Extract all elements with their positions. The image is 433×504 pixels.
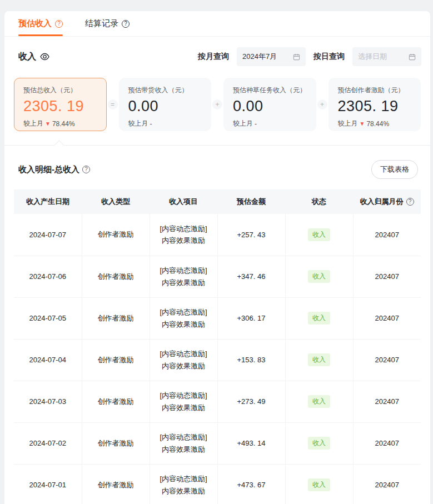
col-header-month-label: 收入归属月份 bbox=[360, 197, 404, 207]
equals-icon: = bbox=[108, 99, 118, 109]
cell-type: 创作者激励 bbox=[82, 256, 150, 297]
cell-date: 2024-07-02 bbox=[14, 422, 82, 464]
card-label: 预估带货收入（元） bbox=[128, 86, 202, 95]
compare-label: 较上月 bbox=[128, 119, 148, 128]
card-compare: 较上月 - bbox=[128, 119, 202, 128]
calendar-icon[interactable] bbox=[293, 53, 300, 61]
cell-date: 2024-07-05 bbox=[14, 297, 82, 339]
cell-month: 202407 bbox=[353, 214, 421, 256]
status-badge: 收入 bbox=[308, 312, 330, 325]
date-filters: 按月查询 2024年7月 按日查询 选择日期 bbox=[198, 47, 421, 66]
status-badge: 收入 bbox=[308, 437, 330, 450]
month-picker-input[interactable]: 2024年7月 bbox=[237, 47, 306, 66]
col-header-amount: 预估金额 bbox=[217, 189, 285, 214]
cell-date: 2024-07-06 bbox=[14, 256, 82, 297]
day-query-label: 按日查询 bbox=[313, 52, 345, 62]
col-header-month: 收入归属月份 ? bbox=[353, 189, 421, 214]
cell-type: 创作者激励 bbox=[82, 464, 150, 504]
card-seeding-task-income[interactable]: 预估种草任务收入（元） 0.00 较上月 - bbox=[223, 78, 316, 131]
cell-status: 收入 bbox=[285, 422, 353, 464]
table-row: 2024-07-03 创作者激励 [内容动态激励] 内容效果激励 +273. 4… bbox=[14, 381, 421, 422]
card-total-income[interactable]: 预估总收入（元） 2305. 19 较上月 ▼ 78.44% bbox=[14, 78, 107, 131]
day-picker-placeholder: 选择日期 bbox=[358, 52, 387, 62]
table-row: 2024-07-05 创作者激励 [内容动态激励] 内容效果激励 +306. 1… bbox=[14, 297, 421, 339]
details-title: 收入明细-总收入 ? bbox=[18, 164, 90, 175]
trend-down-icon: ▼ bbox=[360, 121, 365, 127]
operator: + bbox=[316, 78, 329, 131]
calendar-icon[interactable] bbox=[409, 53, 416, 61]
trend-down-icon: ▼ bbox=[45, 121, 51, 127]
item-line2: 内容效果激励 bbox=[150, 277, 217, 288]
cell-amount: +153. 83 bbox=[217, 339, 285, 381]
cell-item: [内容动态激励] 内容效果激励 bbox=[150, 256, 217, 297]
card-value: 2305. 19 bbox=[23, 98, 97, 115]
card-value: 0.00 bbox=[233, 98, 307, 115]
status-badge: 收入 bbox=[308, 270, 330, 283]
tab-label: 预估收入 bbox=[18, 18, 52, 29]
eye-icon[interactable] bbox=[40, 53, 49, 61]
section-divider bbox=[4, 145, 430, 146]
cell-type: 创作者激励 bbox=[82, 381, 150, 422]
item-line2: 内容效果激励 bbox=[150, 485, 217, 497]
help-icon[interactable]: ? bbox=[82, 166, 90, 173]
item-line1: [内容动态激励] bbox=[150, 265, 217, 276]
item-line1: [内容动态激励] bbox=[150, 306, 217, 318]
download-table-button[interactable]: 下载表格 bbox=[371, 160, 418, 179]
income-table: 收入产生日期 收入类型 收入项目 预估金额 状态 收入归属月份 ? 2024-0… bbox=[14, 189, 421, 504]
month-query-label: 按月查询 bbox=[198, 52, 229, 62]
item-line2: 内容效果激励 bbox=[150, 402, 217, 413]
status-badge: 收入 bbox=[308, 353, 330, 366]
card-creator-incentive[interactable]: 预估创作者激励（元） 2305. 19 较上月 ▼ 78.44% bbox=[329, 78, 421, 131]
cell-status: 收入 bbox=[285, 256, 353, 297]
compare-value: - bbox=[150, 120, 152, 128]
compare-label: 较上月 bbox=[338, 119, 358, 128]
main-panel: 预估收入 ? 结算记录 ? 收入 按月查询 2024年7月 bbox=[4, 11, 430, 504]
active-card-caret bbox=[54, 140, 64, 150]
item-line1: [内容动态激励] bbox=[150, 390, 217, 401]
cell-amount: +257. 43 bbox=[217, 214, 285, 256]
help-icon[interactable]: ? bbox=[406, 198, 414, 206]
compare-value: 78.44% bbox=[366, 120, 389, 128]
cell-date: 2024-07-07 bbox=[14, 214, 82, 256]
card-compare: 较上月 ▼ 78.44% bbox=[23, 119, 97, 128]
cell-item: [内容动态激励] 内容效果激励 bbox=[150, 339, 217, 381]
compare-label: 较上月 bbox=[23, 119, 43, 128]
item-line1: [内容动态激励] bbox=[150, 473, 217, 485]
cell-amount: +473. 67 bbox=[217, 464, 285, 504]
cell-item: [内容动态激励] 内容效果激励 bbox=[150, 464, 217, 504]
tabs-bar: 预估收入 ? 结算记录 ? bbox=[4, 11, 430, 37]
cell-month: 202407 bbox=[353, 422, 421, 464]
col-header-date: 收入产生日期 bbox=[14, 189, 82, 214]
stat-cards: 预估总收入（元） 2305. 19 较上月 ▼ 78.44% = 预估带货收入（… bbox=[14, 78, 421, 131]
help-icon[interactable]: ? bbox=[122, 20, 130, 28]
card-compare: 较上月 - bbox=[233, 119, 307, 128]
help-icon[interactable]: ? bbox=[55, 20, 63, 28]
cell-status: 收入 bbox=[285, 339, 353, 381]
status-badge: 收入 bbox=[308, 228, 330, 241]
tab-estimated-income[interactable]: 预估收入 ? bbox=[18, 11, 63, 36]
cell-type: 创作者激励 bbox=[82, 214, 150, 256]
month-picker-value: 2024年7月 bbox=[242, 52, 277, 62]
card-label: 预估创作者激励（元） bbox=[338, 86, 412, 95]
plus-icon: + bbox=[212, 99, 222, 109]
cell-month: 202407 bbox=[353, 339, 421, 381]
card-value: 2305. 19 bbox=[338, 98, 412, 115]
cell-item: [内容动态激励] 内容效果激励 bbox=[150, 214, 217, 256]
status-badge: 收入 bbox=[308, 395, 330, 408]
card-goods-income[interactable]: 预估带货收入（元） 0.00 较上月 - bbox=[119, 78, 212, 131]
day-picker-input[interactable]: 选择日期 bbox=[352, 47, 421, 66]
cell-month: 202407 bbox=[353, 256, 421, 297]
details-header: 收入明细-总收入 ? 下载表格 bbox=[18, 160, 418, 179]
compare-value: 78.44% bbox=[52, 120, 75, 128]
cell-type: 创作者激励 bbox=[82, 422, 150, 464]
table-row: 2024-07-04 创作者激励 [内容动态激励] 内容效果激励 +153. 8… bbox=[14, 339, 421, 381]
item-line2: 内容效果激励 bbox=[150, 360, 217, 372]
compare-label: 较上月 bbox=[233, 119, 253, 128]
cell-status: 收入 bbox=[285, 464, 353, 504]
operator: = bbox=[107, 78, 119, 131]
item-line1: [内容动态激励] bbox=[150, 431, 217, 443]
col-header-type: 收入类型 bbox=[82, 189, 150, 214]
tab-settlement-records[interactable]: 结算记录 ? bbox=[85, 11, 130, 36]
table-row: 2024-07-07 创作者激励 [内容动态激励] 内容效果激励 +257. 4… bbox=[14, 214, 421, 256]
card-label: 预估总收入（元） bbox=[23, 86, 97, 95]
